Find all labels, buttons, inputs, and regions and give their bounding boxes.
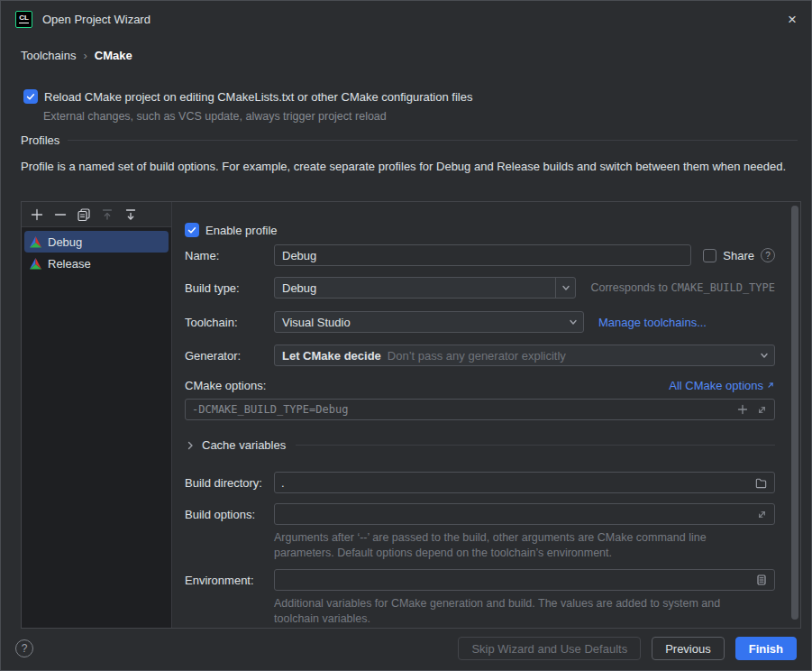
share-checkbox[interactable]: [703, 249, 716, 262]
chevron-right-icon: [185, 440, 196, 451]
remove-icon[interactable]: [53, 207, 68, 222]
finish-button[interactable]: Finish: [735, 637, 797, 660]
expand-icon[interactable]: [756, 404, 768, 416]
profile-item-release[interactable]: Release: [24, 253, 169, 274]
generator-value: Let CMake decide: [282, 349, 381, 363]
external-link-icon: [766, 381, 775, 390]
profiles-section-header: Profiles: [21, 133, 798, 147]
chevron-down-icon: [563, 312, 583, 332]
move-up-icon: [100, 207, 114, 222]
profile-item-label: Debug: [48, 235, 82, 249]
name-input[interactable]: [274, 244, 691, 266]
toolchain-select[interactable]: Visual Studio: [274, 311, 584, 333]
build-options-input[interactable]: [274, 503, 775, 525]
cmake-options-value: -DCMAKE_BUILD_TYPE=Debug: [192, 403, 348, 416]
skip-wizard-button: Skip Wizard and Use Defaults: [458, 637, 641, 660]
build-directory-input[interactable]: .: [274, 472, 775, 493]
reload-cmake-label: Reload CMake project on editing CMakeLis…: [44, 90, 472, 104]
reload-cmake-checkbox[interactable]: [23, 89, 38, 104]
cache-variables-row[interactable]: Cache variables: [185, 438, 775, 452]
enable-profile-label: Enable profile: [205, 224, 278, 237]
scrollbar[interactable]: [790, 203, 799, 627]
profiles-section-title: Profiles: [21, 133, 59, 147]
build-directory-value: .: [281, 476, 285, 490]
window-title: Open Project Wizard: [42, 13, 151, 26]
variables-list-icon[interactable]: [755, 574, 768, 586]
cmake-options-header: CMake options: All CMake options: [185, 377, 775, 393]
share-group: Share ?: [703, 248, 775, 262]
cmake-icon: [29, 257, 42, 271]
environment-hint: Additional variables for CMake generatio…: [274, 596, 756, 626]
reload-cmake-hint: External changes, such as VCS update, al…: [43, 110, 387, 123]
folder-icon[interactable]: [754, 476, 768, 490]
build-type-note: Corresponds to CMAKE_BUILD_TYPE: [590, 281, 775, 294]
environment-label: Environment:: [185, 574, 274, 587]
breadcrumb-separator: ›: [83, 49, 87, 62]
build-directory-label: Build directory:: [185, 476, 274, 490]
build-directory-row: Build directory: .: [185, 472, 775, 493]
enable-profile-row: Enable profile: [185, 219, 775, 241]
previous-button[interactable]: Previous: [652, 637, 725, 660]
build-type-label: Build type:: [185, 281, 274, 295]
build-type-row: Build type: Debug Corresponds to CMAKE_B…: [185, 277, 775, 299]
reload-cmake-checkbox-row[interactable]: Reload CMake project on editing CMakeLis…: [23, 89, 472, 104]
environment-input[interactable]: [274, 569, 775, 591]
profile-item-debug[interactable]: Debug: [24, 231, 169, 253]
move-down-icon[interactable]: [123, 207, 138, 222]
section-divider: [68, 140, 798, 141]
footer: ? Skip Wizard and Use Defaults Previous …: [1, 627, 811, 670]
breadcrumb: Toolchains › CMake: [21, 49, 132, 62]
help-icon[interactable]: ?: [15, 639, 33, 657]
toolchain-row: Toolchain: Visual Studio Manage toolchai…: [185, 311, 775, 333]
add-icon[interactable]: [30, 207, 44, 222]
generator-row: Generator: Let CMake decide Don’t pass a…: [185, 345, 775, 366]
profiles-toolbar: [22, 202, 171, 227]
profiles-panel: Debug Release Enable profile Name:: [21, 201, 801, 629]
build-options-row: Build options:: [185, 503, 775, 525]
cmake-icon: [29, 235, 42, 249]
generator-placeholder: Don’t pass any generator explicitly: [388, 349, 566, 363]
environment-row: Environment:: [185, 569, 775, 591]
toolchain-label: Toolchain:: [185, 316, 274, 329]
cmake-options-row: -DCMAKE_BUILD_TYPE=Debug: [185, 399, 775, 420]
clion-logo-icon: CL: [15, 11, 32, 28]
enable-profile-checkbox[interactable]: [185, 223, 199, 237]
copy-icon[interactable]: [77, 207, 91, 222]
share-help-icon[interactable]: ?: [761, 248, 775, 262]
chevron-down-icon: [754, 345, 774, 365]
close-icon[interactable]: ×: [788, 12, 797, 27]
checkmark-icon: [187, 225, 197, 235]
expand-icon[interactable]: [756, 509, 768, 520]
name-row: Name: Share ?: [185, 244, 775, 266]
profiles-description: Profile is a named set of build options.…: [21, 159, 799, 176]
profile-item-label: Release: [48, 257, 91, 271]
build-type-select[interactable]: Debug: [274, 277, 576, 299]
profiles-list-panel: Debug Release: [22, 202, 172, 628]
build-options-label: Build options:: [185, 508, 274, 521]
checkmark-icon: [25, 91, 36, 102]
build-type-value: Debug: [282, 281, 316, 295]
breadcrumb-cmake: CMake: [95, 49, 132, 62]
cache-variables-label: Cache variables: [202, 438, 286, 452]
titlebar: CL Open Project Wizard ×: [1, 1, 811, 37]
profiles-list: Debug Release: [22, 227, 171, 274]
name-label: Name:: [185, 249, 274, 262]
generator-label: Generator:: [185, 349, 274, 363]
build-options-hint: Arguments after ‘--’ are passed to the b…: [274, 530, 756, 560]
scrollbar-thumb[interactable]: [791, 206, 798, 620]
generator-select[interactable]: Let CMake decide Don’t pass any generato…: [274, 345, 775, 366]
cmake-options-label: CMake options:: [185, 379, 266, 392]
add-option-icon[interactable]: [736, 403, 749, 416]
open-project-wizard-dialog: { "window": { "logo_text": "CL", "title"…: [0, 0, 812, 671]
cmake-options-input[interactable]: -DCMAKE_BUILD_TYPE=Debug: [185, 399, 775, 420]
share-label: Share: [723, 249, 754, 262]
all-cmake-options-link[interactable]: All CMake options: [669, 379, 775, 392]
section-divider: [296, 445, 775, 446]
breadcrumb-toolchains[interactable]: Toolchains: [21, 49, 76, 62]
manage-toolchains-link[interactable]: Manage toolchains...: [598, 316, 707, 329]
profile-settings-form: Enable profile Name: Share ? Build type:…: [173, 202, 800, 628]
toolchain-value: Visual Studio: [282, 316, 351, 329]
chevron-down-icon: [555, 278, 575, 298]
